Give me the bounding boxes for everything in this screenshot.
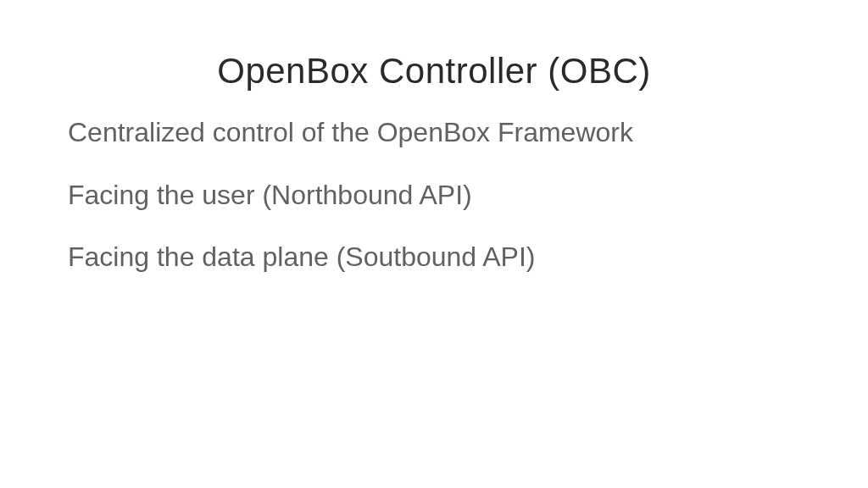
bullet-item: Facing the user (Northbound API)	[68, 178, 800, 214]
bullet-item: Centralized control of the OpenBox Frame…	[68, 115, 800, 151]
slide-container: OpenBox Controller (OBC) Centralized con…	[0, 0, 868, 488]
slide-title: OpenBox Controller (OBC)	[68, 51, 800, 92]
bullet-item: Facing the data plane (Soutbound API)	[68, 240, 800, 275]
